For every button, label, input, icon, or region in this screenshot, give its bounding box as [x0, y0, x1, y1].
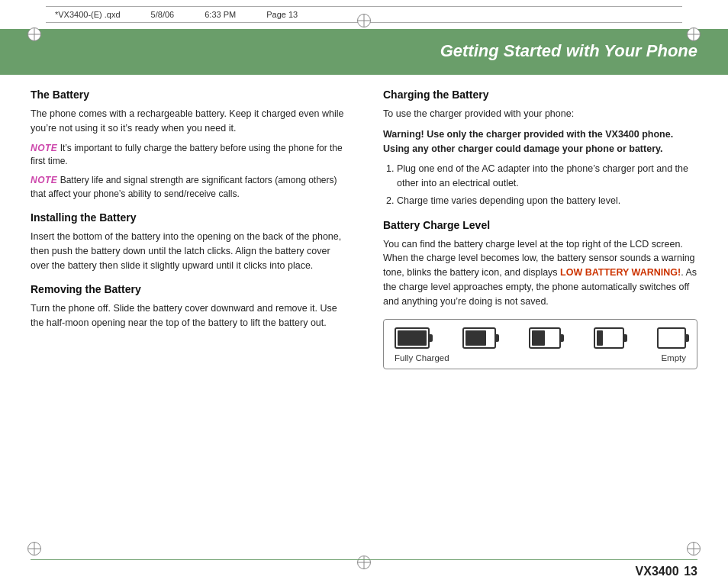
file-date: 5/8/06 — [151, 10, 175, 19]
page-number-container: VX3400 13 — [31, 565, 697, 578]
page-title: Getting Started with Your Phone — [31, 41, 697, 61]
step1: Plug one end of the AC adapter into the … — [397, 162, 697, 191]
installing-body: Insert the bottom of the battery into th… — [31, 230, 345, 272]
charging-warning: Warning! Use only the charger provided w… — [383, 127, 697, 156]
battery-half — [529, 327, 561, 349]
battery-full-fill — [398, 330, 427, 346]
charge-level-body: You can find the battery charge level at… — [383, 237, 697, 309]
battery-three-quarter — [462, 327, 496, 349]
battery-3q-fill — [465, 330, 486, 346]
section-removing-title: Removing the Battery — [31, 283, 345, 295]
note2-content: Battery life and signal strength are sig… — [31, 175, 337, 198]
reg-mark-bottom-left — [27, 542, 41, 556]
section-charge-level-title: Battery Charge Level — [383, 219, 697, 231]
reg-mark-top-left — [27, 27, 41, 41]
section-charging-title: Charging the Battery — [383, 89, 697, 101]
file-time: 6:33 PM — [205, 10, 236, 19]
bottom-area: VX3400 13 — [0, 555, 728, 584]
battery-quarter — [594, 327, 624, 349]
section-installing-title: Installing the Battery — [31, 211, 345, 224]
battery-diagram: Fully Charged Empty — [383, 319, 697, 369]
removing-body: Turn the phone off. Slide the battery co… — [31, 301, 345, 330]
page-num: 13 — [684, 565, 697, 578]
battery-quarter-fill — [597, 330, 603, 346]
battery-icons-row — [395, 327, 686, 349]
main-content: The Battery The phone comes with a recha… — [0, 75, 728, 377]
left-column: The Battery The phone comes with a recha… — [31, 89, 368, 369]
charging-steps: Plug one end of the AC adapter into the … — [383, 162, 697, 208]
note1-content: It’s important to fully charge the batte… — [31, 143, 343, 166]
right-column: Charging the Battery To use the charger … — [368, 89, 697, 369]
battery-half-fill — [532, 330, 545, 346]
battery-empty — [657, 327, 686, 349]
note1-label: NOTE — [31, 143, 57, 153]
reg-mark-bottom-right — [687, 542, 701, 556]
page-header: Getting Started with Your Phone — [0, 29, 728, 72]
battery-full — [395, 327, 430, 349]
note1-block: NOTE It’s important to fully charge the … — [31, 142, 345, 169]
reg-mark-top-right — [687, 27, 701, 41]
battery-label-empty: Empty — [661, 353, 686, 362]
product-label: VX3400 — [636, 565, 679, 578]
page-label: Page 13 — [266, 10, 298, 19]
note2-label: NOTE — [31, 175, 57, 185]
section-battery-title: The Battery — [31, 89, 345, 101]
battery-body: The phone comes with a rechargeable batt… — [31, 107, 345, 136]
filename: *VX3400-(E) .qxd — [55, 10, 121, 19]
battery-labels-row: Fully Charged Empty — [395, 353, 686, 362]
note2-block: NOTE Battery life and signal strength ar… — [31, 174, 345, 201]
battery-label-fully-charged: Fully Charged — [395, 353, 449, 362]
reg-mark-top-center — [357, 14, 371, 27]
low-battery-warning: LOW BATTERY WARNING! — [560, 267, 681, 278]
step2: Charge time varies depending upon the ba… — [397, 194, 697, 208]
charging-intro: To use the charger provided with your ph… — [383, 107, 697, 121]
bottom-line — [31, 559, 697, 561]
